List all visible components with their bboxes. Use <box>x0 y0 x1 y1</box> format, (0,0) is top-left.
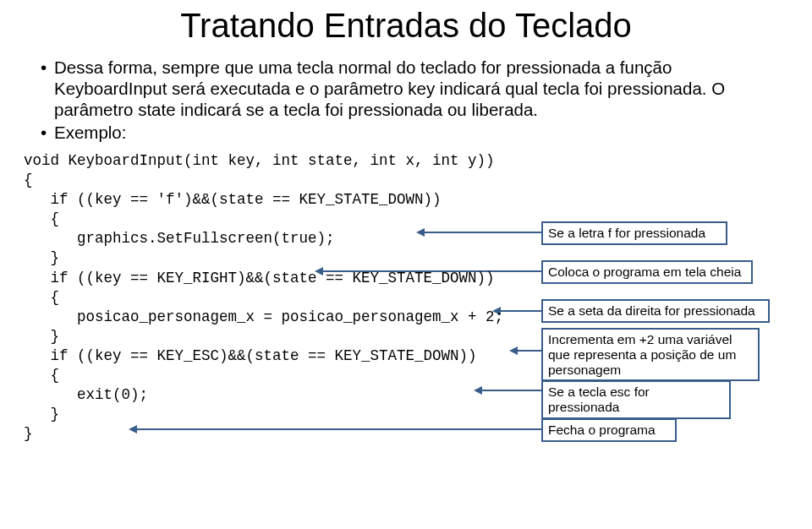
bullet-list: Dessa forma, sempre que uma tecla normal… <box>24 57 788 143</box>
code-line: if ((key == KEY_ESC)&&(state == KEY_STAT… <box>24 347 477 364</box>
code-line: { <box>24 172 33 188</box>
code-line: if ((key == KEY_RIGHT)&&(state == KEY_ST… <box>24 270 495 286</box>
code-line: { <box>24 289 59 306</box>
bullet-item: Exemplo: <box>41 122 788 143</box>
code-line: exit(0); <box>24 386 148 403</box>
code-line: { <box>24 210 59 227</box>
bullet-item: Dessa forma, sempre que uma tecla normal… <box>41 57 788 120</box>
code-line: } <box>24 249 59 266</box>
code-line: void KeyboardInput(int key, int state, i… <box>24 152 495 169</box>
page-title: Tratando Entradas do Teclado <box>24 7 788 45</box>
code-line: graphics.SetFullscreen(true); <box>24 230 335 247</box>
code-line: } <box>24 425 33 442</box>
code-line: } <box>24 328 59 345</box>
code-block: void KeyboardInput(int key, int state, i… <box>24 151 788 444</box>
code-line: { <box>24 367 59 384</box>
code-line: } <box>24 406 59 423</box>
code-line: if ((key == 'f')&&(state == KEY_STATE_DO… <box>24 191 442 208</box>
code-line: posicao_personagem_x = posicao_personage… <box>24 308 503 325</box>
